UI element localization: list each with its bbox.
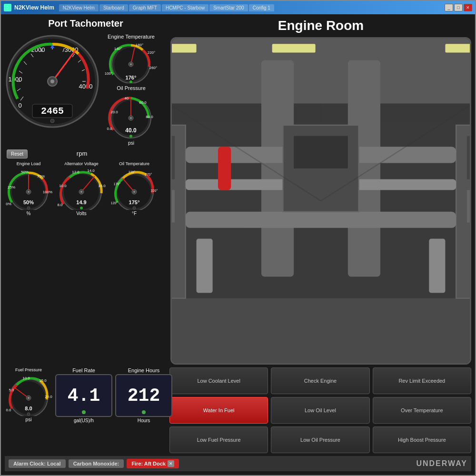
svg-text:12.0: 12.0 [72, 170, 79, 174]
svg-text:4000: 4000 [79, 83, 93, 90]
engine-load-unit: % [27, 211, 31, 216]
svg-text:0.0: 0.0 [6, 408, 11, 412]
engine-temp-title: Engine Temperature [108, 34, 155, 40]
engine-temp-svg: 100° 140° 180° 220° 260° 176° [104, 40, 159, 83]
alarm-water-in-fuel[interactable]: Water In Fuel [169, 397, 268, 424]
fire-badge: Fire: Aft Dock ✕ [127, 459, 179, 468]
svg-text:50%: 50% [21, 170, 29, 174]
app-icon [4, 4, 11, 11]
close-button[interactable]: ✕ [464, 4, 472, 11]
alarm-over-temp[interactable]: Over Temperature [373, 397, 471, 424]
svg-rect-89 [467, 136, 470, 179]
main-content: Port Tachometer 0 [1, 14, 475, 475]
fuel-pressure-gauge: Fuel Pressure 0.0 5.0 10.0 15.0 20.0 [5, 367, 52, 423]
alternator-title: Alternator Voltage [64, 161, 99, 166]
svg-rect-90 [467, 190, 470, 222]
alarm-low-fuel-pressure[interactable]: Low Fuel Pressure [169, 426, 268, 453]
svg-point-68 [80, 191, 82, 193]
svg-text:60.0: 60.0 [139, 100, 147, 105]
engine-load-title: Engine Load [17, 161, 41, 166]
svg-rect-113 [272, 44, 316, 52]
svg-text:270°: 270° [145, 173, 152, 176]
oil-temp-value: 175° [129, 199, 140, 205]
rpm-label: rpm [77, 150, 87, 157]
svg-rect-96 [186, 212, 456, 228]
svg-rect-98 [294, 136, 348, 169]
svg-point-79 [133, 191, 135, 193]
svg-text:220°: 220° [148, 50, 156, 55]
svg-text:100%: 100% [43, 190, 52, 194]
alarm-high-boost[interactable]: High Boost Pressure [373, 426, 471, 453]
window-title: N2KView Helm [14, 4, 54, 11]
svg-rect-83 [172, 298, 470, 363]
window-controls: _ □ ✕ [445, 4, 472, 11]
alarm-low-oil-level[interactable]: Low Oil Level [271, 397, 369, 424]
oil-pressure-gauge: Oil Pressure 0.0 20.0 40 [104, 85, 159, 146]
svg-rect-99 [218, 147, 231, 190]
status-bar: Alarm Clock: Local Carbon Monoxide: Fire… [5, 456, 471, 471]
svg-text:140°: 140° [114, 47, 122, 51]
svg-text:10.0: 10.0 [22, 376, 30, 380]
alarm-rev-limit[interactable]: Rev Limit Exceeded [373, 367, 471, 394]
oil-temp-unit: °F [132, 211, 137, 216]
svg-point-36 [129, 80, 132, 83]
svg-point-23 [50, 79, 54, 83]
fuel-pressure-svg: 0.0 5.0 10.0 15.0 20.0 8.0 [5, 373, 52, 416]
oil-pressure-title: Oil Pressure [117, 85, 146, 91]
svg-text:120°: 120° [111, 201, 118, 205]
svg-text:320°: 320° [151, 189, 158, 192]
fire-badge-close[interactable]: ✕ [168, 460, 174, 467]
alarm-low-coolant[interactable]: Low Coolant Level [169, 367, 268, 394]
svg-text:0: 0 [18, 102, 21, 109]
svg-text:10.0: 10.0 [59, 184, 67, 188]
tab-5[interactable]: Config 1 [249, 4, 274, 11]
oil-pressure-value: 40.0 [125, 127, 137, 134]
svg-text:0%: 0% [6, 202, 11, 206]
fuel-pressure-title: Fuel Pressure [15, 367, 42, 372]
svg-text:20.0: 20.0 [45, 395, 52, 399]
alternator-value: 14.9 [76, 199, 86, 205]
maximize-button[interactable]: □ [454, 4, 463, 11]
title-bar-left: N2KView Helm [4, 4, 54, 11]
svg-rect-114 [445, 44, 470, 52]
fuel-rate-value: 4.1 [68, 386, 100, 406]
svg-text:25%: 25% [8, 185, 15, 189]
svg-text:180°: 180° [136, 43, 144, 47]
fire-badge-text: Fire: Aft Dock [131, 461, 166, 466]
top-section: Port Tachometer 0 [5, 18, 471, 365]
svg-rect-112 [172, 44, 197, 52]
svg-point-35 [130, 63, 132, 65]
engine-load-svg: 0% 25% 50% 75% 100% 50% [5, 167, 52, 210]
engine-load-gauge: Engine Load 0% 25% 50% 75% 100% [5, 161, 52, 216]
svg-text:170°: 170° [114, 182, 121, 186]
svg-text:5.0: 5.0 [9, 388, 14, 392]
svg-text:8.0: 8.0 [57, 203, 63, 207]
right-panel: Engine Room [170, 18, 471, 365]
reset-button[interactable]: Reset [7, 149, 28, 159]
svg-rect-86 [172, 190, 175, 222]
tab-4[interactable]: SmartStar 200 [209, 4, 248, 11]
camera-feed [170, 37, 471, 365]
underway-label: UNDERWAY [416, 459, 467, 468]
fuel-rate-unit: gal(US)/h [74, 418, 94, 423]
bottom-section: Fuel Pressure 0.0 5.0 10.0 15.0 20.0 [5, 367, 471, 453]
engine-room-image [172, 39, 470, 363]
svg-text:20.0: 20.0 [110, 110, 118, 114]
tab-1[interactable]: Starboard [99, 4, 128, 11]
oil-temp-title: Oil Temperature [119, 161, 149, 166]
tab-3[interactable]: HCMPC - Starbow [162, 4, 208, 11]
fuel-rate-title: Fuel Rate [72, 367, 95, 373]
alarm-check-engine[interactable]: Check Engine [271, 367, 369, 394]
alternator-unit: Volts [76, 211, 87, 216]
tab-2[interactable]: Graph MFT [129, 4, 161, 11]
minimize-button[interactable]: _ [445, 4, 453, 11]
port-tachometer-title: Port Tachometer [5, 18, 167, 29]
oil-temp-svg: 120° 170° 220° 270° 320° 175° [110, 167, 158, 210]
left-panel: Port Tachometer 0 [5, 18, 167, 365]
alarm-low-oil-pressure[interactable]: Low Oil Pressure [271, 426, 369, 453]
alternator-voltage-gauge: Alternator Voltage 8.0 10.0 12.0 14.0 16… [55, 161, 108, 216]
tachometer-svg: 0 1000 2000 3000 4000 [5, 34, 100, 129]
tab-bar: N2KView Helm Starboard Graph MFT HCMPC -… [59, 4, 445, 11]
tab-0[interactable]: N2KView Helm [59, 4, 99, 11]
svg-point-57 [28, 191, 30, 193]
